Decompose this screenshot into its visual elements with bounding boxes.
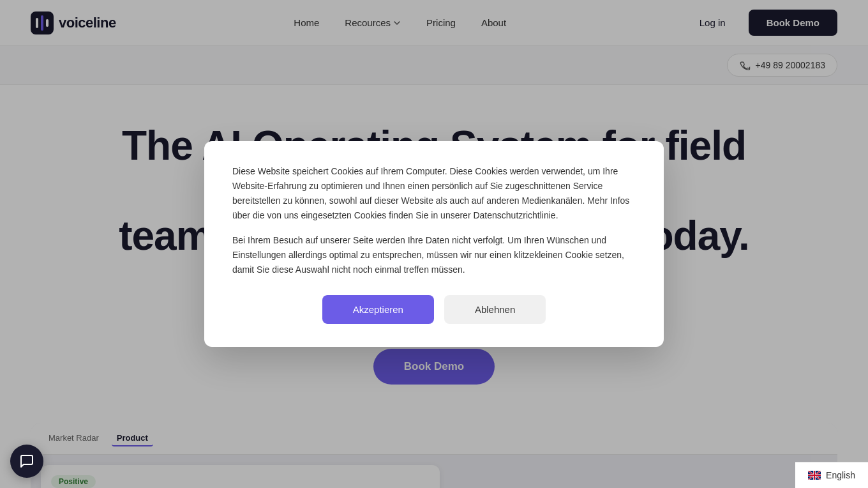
cookie-dialog: Diese Website speichert Cookies auf Ihre… — [204, 141, 664, 347]
chat-bubble-button[interactable] — [10, 445, 43, 478]
cookie-actions: Akzeptieren Ablehnen — [232, 295, 636, 324]
language-flag — [808, 471, 821, 480]
cookie-overlay: Diese Website speichert Cookies auf Ihre… — [0, 0, 868, 488]
language-label: English — [826, 470, 855, 480]
cookie-paragraph-2: Bei Ihrem Besuch auf unserer Seite werde… — [232, 233, 636, 277]
language-bar[interactable]: English — [795, 462, 868, 488]
accept-button[interactable]: Akzeptieren — [322, 295, 434, 324]
decline-button[interactable]: Ablehnen — [444, 295, 546, 324]
cookie-paragraph-1: Diese Website speichert Cookies auf Ihre… — [232, 164, 636, 223]
uk-flag-icon — [808, 471, 821, 480]
cookie-body: Diese Website speichert Cookies auf Ihre… — [232, 164, 636, 278]
chat-icon — [19, 454, 34, 469]
